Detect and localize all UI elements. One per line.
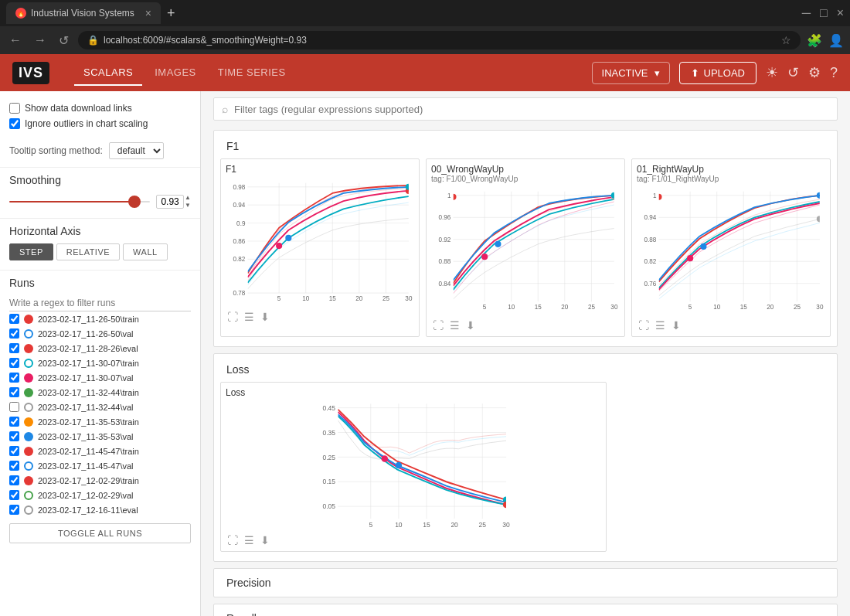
table-view-button[interactable]: ☰ bbox=[244, 534, 254, 546]
address-bar[interactable]: 🔒 localhost:6009/#scalars&_smoothingWeig… bbox=[78, 31, 801, 49]
slider-arrows[interactable]: ▲ ▼ bbox=[185, 194, 191, 209]
runs-section: Runs 2023-02-17_11-26-50\train 2023-02-1… bbox=[0, 270, 200, 546]
main-nav: SCALARS IMAGES TIME SERIES bbox=[74, 60, 295, 86]
precision-section-header[interactable]: Precision bbox=[214, 569, 837, 597]
run-checkbox[interactable] bbox=[9, 314, 19, 324]
svg-text:0.88: 0.88 bbox=[439, 258, 451, 265]
f1-rightwayup-svg: 1 0.94 0.88 0.82 0.76 5 10 15 20 25 30 bbox=[637, 185, 825, 316]
sun-icon[interactable]: ☀ bbox=[766, 64, 778, 81]
run-checkbox[interactable] bbox=[9, 475, 19, 485]
svg-text:0.45: 0.45 bbox=[323, 404, 336, 412]
list-item[interactable]: 2023-02-17_12-02-29\train bbox=[9, 473, 191, 488]
recall-section-header[interactable]: Recall bbox=[214, 604, 837, 616]
axis-step-button[interactable]: STEP bbox=[9, 243, 53, 260]
extensions-icon[interactable]: 🧩 bbox=[807, 33, 822, 48]
tooltip-row: Tooltip sorting method: default bbox=[0, 138, 200, 164]
run-checkbox[interactable] bbox=[9, 373, 19, 383]
download-chart-button[interactable]: ⬇ bbox=[672, 319, 681, 332]
list-item[interactable]: 2023-02-17_11-35-53\val bbox=[9, 429, 191, 444]
list-item[interactable]: 2023-02-17_11-32-44\val bbox=[9, 400, 191, 414]
maximize-button[interactable]: □ bbox=[820, 6, 828, 20]
svg-text:5: 5 bbox=[277, 295, 281, 302]
run-checkbox[interactable] bbox=[9, 505, 19, 515]
list-item[interactable]: 2023-02-17_11-35-53\train bbox=[9, 414, 191, 429]
ignore-outliers-checkbox[interactable] bbox=[9, 118, 20, 129]
expand-chart-button[interactable]: ⛶ bbox=[638, 319, 649, 332]
browser-tab[interactable]: 🔥 Industrial Vision Systems × bbox=[6, 2, 161, 24]
slider-up-arrow[interactable]: ▲ bbox=[185, 194, 191, 202]
smoothing-slider[interactable] bbox=[9, 201, 150, 202]
list-item[interactable]: 2023-02-17_11-28-26\eval bbox=[9, 341, 191, 356]
f1-main-title-row: F1 bbox=[226, 164, 414, 175]
list-item[interactable]: 2023-02-17_12-16-11\eval bbox=[9, 502, 191, 517]
svg-text:0.05: 0.05 bbox=[323, 502, 336, 510]
filter-input[interactable] bbox=[234, 104, 829, 115]
list-item[interactable]: 2023-02-17_12-02-29\val bbox=[9, 488, 191, 502]
smoothing-value-input[interactable] bbox=[156, 195, 184, 209]
svg-text:30: 30 bbox=[405, 295, 413, 302]
list-item[interactable]: 2023-02-17_11-32-44\train bbox=[9, 385, 191, 400]
expand-chart-button[interactable]: ⛶ bbox=[433, 319, 444, 332]
help-icon[interactable]: ? bbox=[830, 65, 838, 81]
loss-section-header[interactable]: Loss bbox=[214, 354, 837, 382]
ignore-outliers-row[interactable]: Ignore outliers in chart scaling bbox=[9, 116, 191, 131]
list-item[interactable]: 2023-02-17_11-30-07\val bbox=[9, 370, 191, 385]
dropdown-arrow-icon: ▾ bbox=[654, 67, 660, 79]
run-checkbox[interactable] bbox=[9, 490, 19, 500]
download-chart-button[interactable]: ⬇ bbox=[260, 534, 270, 546]
table-view-button[interactable]: ☰ bbox=[244, 311, 254, 323]
download-chart-button[interactable]: ⬇ bbox=[466, 319, 475, 332]
axis-wall-button[interactable]: WALL bbox=[123, 243, 168, 260]
runs-filter-input[interactable] bbox=[9, 295, 191, 311]
settings-icon[interactable]: ⚙ bbox=[808, 64, 821, 81]
close-tab-button[interactable]: × bbox=[145, 7, 151, 19]
run-checkbox[interactable] bbox=[9, 461, 19, 471]
list-item[interactable]: 2023-02-17_11-45-47\train bbox=[9, 444, 191, 458]
list-item[interactable]: 2023-02-17_11-26-50\train bbox=[9, 311, 191, 326]
close-window-button[interactable]: × bbox=[837, 6, 844, 20]
svg-rect-28 bbox=[453, 192, 614, 301]
nav-time-series[interactable]: TIME SERIES bbox=[209, 60, 295, 86]
refresh-icon[interactable]: ↺ bbox=[787, 64, 799, 81]
download-chart-button[interactable]: ⬇ bbox=[260, 311, 270, 323]
loss-section: Loss Loss bbox=[213, 353, 838, 562]
slider-down-arrow[interactable]: ▼ bbox=[185, 202, 191, 209]
run-checkbox[interactable] bbox=[9, 387, 19, 397]
nav-images[interactable]: IMAGES bbox=[145, 60, 206, 86]
run-name: 2023-02-17_11-28-26\eval bbox=[38, 344, 138, 353]
tooltip-select[interactable]: default bbox=[109, 142, 164, 159]
f1-main-chart: F1 bbox=[220, 158, 420, 337]
list-item[interactable]: 2023-02-17_11-26-50\val bbox=[9, 326, 191, 341]
run-checkbox[interactable] bbox=[9, 358, 19, 368]
upload-button[interactable]: ⬆ UPLOAD bbox=[679, 62, 756, 84]
run-checkbox[interactable] bbox=[9, 402, 19, 412]
minimize-button[interactable]: ─ bbox=[802, 6, 811, 20]
expand-chart-button[interactable]: ⛶ bbox=[227, 534, 238, 546]
show-download-checkbox[interactable] bbox=[9, 103, 20, 114]
back-button[interactable]: ← bbox=[6, 30, 25, 50]
run-checkbox[interactable] bbox=[9, 431, 19, 441]
f1-section-header[interactable]: F1 bbox=[214, 131, 837, 158]
run-checkbox[interactable] bbox=[9, 417, 19, 427]
show-download-row[interactable]: Show data download links bbox=[9, 100, 191, 116]
nav-scalars[interactable]: SCALARS bbox=[74, 60, 142, 86]
new-tab-button[interactable]: + bbox=[167, 5, 175, 22]
expand-chart-button[interactable]: ⛶ bbox=[227, 311, 238, 323]
forward-button[interactable]: → bbox=[31, 30, 49, 50]
inactive-dropdown[interactable]: INACTIVE ▾ bbox=[592, 62, 670, 84]
run-checkbox[interactable] bbox=[9, 343, 19, 353]
run-checkbox[interactable] bbox=[9, 328, 19, 339]
loss-main-svg: 0.45 0.35 0.25 0.15 0.05 5 10 15 20 25 3 bbox=[226, 400, 601, 531]
app-logo[interactable]: IVS bbox=[12, 62, 49, 84]
table-view-button[interactable]: ☰ bbox=[655, 319, 665, 332]
run-checkbox[interactable] bbox=[9, 446, 19, 456]
reload-button[interactable]: ↺ bbox=[56, 30, 72, 51]
run-color-indicator bbox=[24, 373, 33, 383]
list-item[interactable]: 2023-02-17_11-30-07\train bbox=[9, 356, 191, 370]
table-view-button[interactable]: ☰ bbox=[450, 319, 460, 332]
filter-search-icon: ⌕ bbox=[222, 103, 228, 115]
axis-relative-button[interactable]: RELATIVE bbox=[56, 243, 120, 260]
profile-icon[interactable]: 👤 bbox=[828, 33, 844, 48]
toggle-all-runs-button[interactable]: TOGGLE ALL RUNS bbox=[9, 523, 191, 543]
list-item[interactable]: 2023-02-17_11-45-47\val bbox=[9, 458, 191, 473]
